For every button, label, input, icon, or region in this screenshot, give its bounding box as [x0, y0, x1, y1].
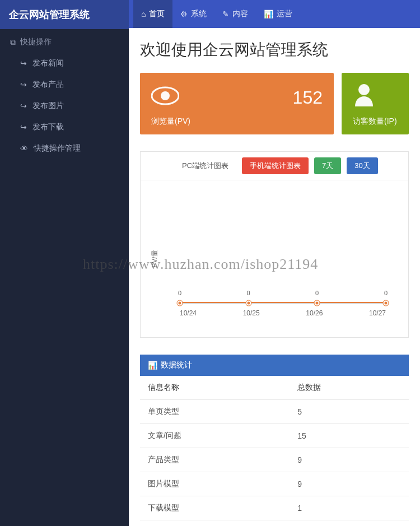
share-icon: ↪: [20, 59, 27, 68]
home-icon: ⌂: [141, 10, 146, 18]
topnav-system[interactable]: ⚙ 系统: [172, 0, 214, 28]
chart-tabs: PC端统计图表 手机端统计图表 7天 30天: [141, 152, 408, 180]
topbar: ⌂ 首页 ⚙ 系统 ✎ 内容 📊 运营: [129, 0, 420, 28]
table-cell-total: 5: [290, 400, 409, 424]
copy-icon: ⧉: [10, 38, 16, 47]
chart-plot: 0 0 0 0: [180, 192, 386, 304]
chart-tab-pc[interactable]: PC端统计图表: [174, 157, 236, 174]
topnav-content[interactable]: ✎ 内容: [214, 0, 256, 28]
chart-point: [246, 301, 251, 306]
sidebar-item-label: 发布新闻: [32, 58, 64, 68]
edit-icon: ✎: [222, 10, 229, 18]
chart-point: [384, 301, 389, 306]
table-cell-total: 1: [290, 496, 409, 520]
chart-area: PV/量 0 0 0 0 10/24 10/25: [141, 180, 408, 337]
table-cell-total: 9: [290, 472, 409, 496]
logo: 企云网站管理系统: [0, 0, 129, 29]
sidebar-item-news[interactable]: ↪ 发布新闻: [0, 53, 129, 74]
sidebar-item-image[interactable]: ↪ 发布图片: [0, 95, 129, 117]
table-row: 文章/问题 15: [140, 424, 409, 448]
sidebar-item-label: 发布下载: [32, 122, 64, 132]
share-icon: ↪: [20, 101, 27, 110]
chart-tab-30days[interactable]: 30天: [347, 157, 377, 174]
chart-line: [180, 302, 386, 303]
table-cell-total: 9: [290, 448, 409, 472]
stat-card-pv[interactable]: 152 浏览量(PV): [140, 73, 334, 134]
sidebar-item-label: 发布图片: [32, 101, 64, 111]
data-table: 信息名称 总数据 单页类型 5 文章/问题 15: [140, 376, 409, 520]
chart-x-tick: 10/25: [243, 309, 260, 317]
chart-point: [178, 301, 183, 306]
chart-x-ticks: 10/24 10/25 10/26 10/27: [180, 309, 386, 317]
chart-point-label: 0: [246, 290, 250, 296]
svg-point-2: [358, 84, 370, 95]
topnav-label: 系统: [191, 9, 207, 19]
svg-point-1: [161, 91, 170, 100]
topnav-label: 首页: [149, 9, 165, 19]
sidebar-item-download[interactable]: ↪ 发布下载: [0, 117, 129, 138]
sidebar-item-label: 快捷操作管理: [34, 143, 81, 153]
sidebar-section-title[interactable]: ⧉ 快捷操作: [0, 29, 129, 53]
topnav-label: 内容: [232, 9, 248, 19]
gear-icon: ⚙: [180, 10, 188, 18]
sidebar-item-manage[interactable]: 👁 快捷操作管理: [0, 138, 129, 159]
chart-x-tick: 10/24: [180, 309, 197, 317]
chart-tab-mobile[interactable]: 手机端统计图表: [242, 157, 309, 174]
table-header-row: 信息名称 总数据: [140, 376, 409, 400]
sidebar-item-product[interactable]: ↪ 发布产品: [0, 74, 129, 95]
table-row: 单页类型 5: [140, 400, 409, 424]
share-icon: ↪: [20, 80, 27, 89]
table-row: 下载模型 1: [140, 496, 409, 520]
topnav-home[interactable]: ⌂ 首页: [133, 0, 172, 28]
table-cell-total: 15: [290, 424, 409, 448]
table-cell-name: 图片模型: [140, 472, 290, 496]
stat-value: 152: [293, 87, 323, 108]
chart-panel: PC端统计图表 手机端统计图表 7天 30天 PV/量 0 0 0: [140, 151, 409, 338]
topnav-operation[interactable]: 📊 运营: [256, 0, 300, 28]
table-row: 产品类型 9: [140, 448, 409, 472]
stat-label: 访客数量(IP): [353, 117, 398, 127]
chart-x-tick: 10/27: [369, 309, 386, 317]
table-cell-name: 下载模型: [140, 496, 290, 520]
chart-point-label: 0: [315, 290, 319, 296]
chart-point-label: 0: [384, 290, 388, 296]
topnav-label: 运营: [277, 9, 292, 19]
chart-ylabel: PV/量: [150, 250, 160, 267]
table-header-name: 信息名称: [140, 376, 290, 400]
data-stats-panel: 📊 数据统计 信息名称 总数据 单页类型 5: [140, 355, 409, 520]
user-icon: [353, 83, 375, 112]
table-cell-name: 单页类型: [140, 400, 290, 424]
sidebar: 企云网站管理系统 ⧉ 快捷操作 ↪ 发布新闻 ↪ 发布产品 ↪ 发布图片 ↪ 发…: [0, 0, 129, 526]
eye-icon: 👁: [20, 144, 28, 153]
table-cell-name: 文章/问题: [140, 424, 290, 448]
eye-icon: [151, 84, 179, 111]
table-row: 图片模型 9: [140, 472, 409, 496]
content-area: 欢迎使用企云网站管理系统 152 浏览量(PV): [129, 28, 420, 526]
chart-point-label: 0: [178, 290, 181, 296]
chart-tab-7days[interactable]: 7天: [314, 157, 341, 174]
chart-point: [315, 301, 320, 306]
chart-x-tick: 10/26: [306, 309, 323, 317]
table-cell-name: 产品类型: [140, 448, 290, 472]
chart-icon: 📊: [264, 10, 273, 18]
share-icon: ↪: [20, 123, 27, 132]
table-header-total: 总数据: [290, 376, 409, 400]
sidebar-section-label: 快捷操作: [20, 37, 52, 47]
sidebar-item-label: 发布产品: [32, 80, 64, 90]
chart-icon: 📊: [148, 361, 157, 370]
stat-label: 浏览量(PV): [151, 117, 323, 127]
panel-header: 📊 数据统计: [140, 355, 409, 376]
stat-card-ip[interactable]: 访客数量(IP): [342, 73, 409, 134]
page-title: 欢迎使用企云网站管理系统: [140, 39, 409, 60]
panel-title: 数据统计: [161, 360, 192, 370]
stat-cards-row: 152 浏览量(PV) 访客数量(IP): [140, 73, 409, 134]
